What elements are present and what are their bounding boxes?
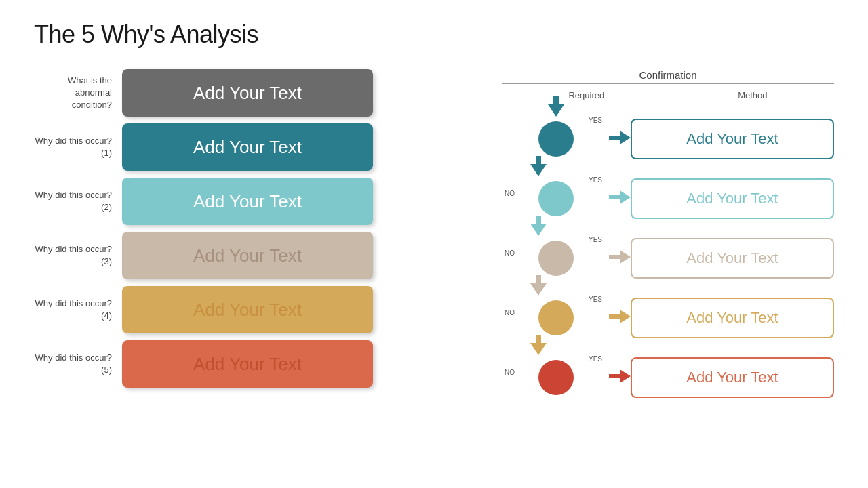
row-5: Why did this occur? (5) Add Your Text	[34, 340, 481, 388]
svg-marker-8	[530, 335, 547, 355]
label-1: Why did this occur? (1)	[34, 135, 122, 159]
textbox-3[interactable]: Add Your Text	[122, 232, 373, 279]
flow-row-1: YES Add Your Text	[502, 115, 834, 163]
right-panel: Confirmation Required Method	[481, 69, 834, 401]
no-label-3: NO	[505, 249, 515, 257]
flow-row-2: NO YES Add Your Text	[502, 175, 834, 222]
svg-marker-4	[530, 216, 547, 236]
svg-marker-3	[609, 190, 631, 204]
left-panel: What is the abnormal condition? Add Your…	[34, 69, 481, 401]
confirmation-header: Confirmation	[502, 69, 834, 84]
textbox-5[interactable]: Add Your Text	[122, 340, 373, 388]
yes-label-2: YES	[589, 176, 602, 184]
row-0: What is the abnormal condition? Add Your…	[34, 69, 481, 117]
label-2: Why did this occur? (2)	[34, 189, 122, 214]
yes-label-1: YES	[589, 117, 602, 124]
yes-label-5: YES	[589, 355, 602, 363]
svg-marker-1	[609, 131, 631, 144]
col-required: Required	[568, 90, 604, 100]
row-3: Why did this occur? (3) Add Your Text	[34, 232, 481, 279]
confirm-box-3[interactable]: Add Your Text	[631, 238, 834, 279]
textbox-4[interactable]: Add Your Text	[122, 286, 373, 333]
flow-row-5: NO YES Add Your Text	[502, 354, 834, 401]
flow-row-4: NO YES Add Your Text	[502, 294, 834, 342]
yes-label-3: YES	[589, 236, 602, 243]
confirm-box-4[interactable]: Add Your Text	[631, 298, 834, 338]
yes-label-4: YES	[589, 296, 602, 303]
flow-rows: YES Add Your Text	[502, 108, 834, 401]
confirm-box-1[interactable]: Add Your Text	[631, 119, 834, 159]
svg-marker-5	[609, 250, 631, 264]
no-label-2: NO	[505, 190, 515, 197]
label-3: Why did this occur? (3)	[34, 243, 122, 268]
textbox-2[interactable]: Add Your Text	[122, 178, 373, 225]
confirm-box-2[interactable]: Add Your Text	[631, 178, 834, 219]
flow-row-3: NO YES Add Your Text	[502, 235, 834, 282]
svg-marker-6	[530, 275, 547, 296]
page-title: The 5 Why's Analysis	[34, 20, 834, 49]
confirm-box-5[interactable]: Add Your Text	[631, 357, 834, 398]
svg-marker-9	[609, 369, 631, 383]
label-5: Why did this occur? (5)	[34, 352, 122, 376]
svg-marker-2	[530, 156, 547, 176]
confirmation-title: Confirmation	[502, 69, 834, 84]
svg-marker-0	[548, 96, 564, 117]
svg-marker-7	[609, 310, 631, 323]
col-method: Method	[738, 90, 767, 100]
row-1: Why did this occur? (1) Add Your Text	[34, 123, 481, 171]
no-label-4: NO	[505, 309, 515, 317]
row-2: Why did this occur? (2) Add Your Text	[34, 178, 481, 225]
label-0: What is the abnormal condition?	[34, 75, 122, 112]
row-4: Why did this occur? (4) Add Your Text	[34, 286, 481, 333]
label-4: Why did this occur? (4)	[34, 298, 122, 322]
no-label-5: NO	[505, 369, 515, 376]
textbox-1[interactable]: Add Your Text	[122, 123, 373, 171]
textbox-0[interactable]: Add Your Text	[122, 69, 373, 117]
